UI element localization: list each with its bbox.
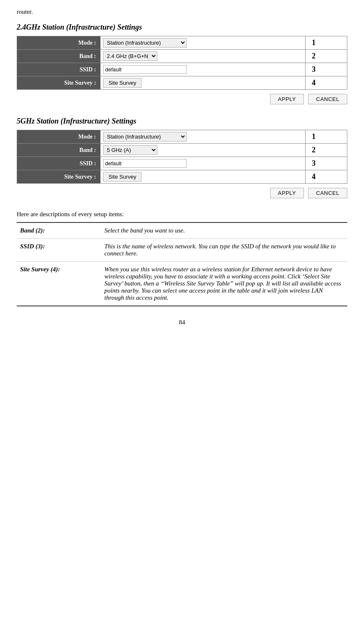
row-number-3a: 3 xyxy=(306,63,347,76)
table-row: Band : 5 GHz (A) 2 xyxy=(17,144,347,157)
section-24ghz: 2.4GHz Station (Infrastructure) Settings… xyxy=(17,23,347,104)
desc-def-site-survey: When you use this wireless router as a w… xyxy=(96,262,347,306)
table-row: SSID : 3 xyxy=(17,63,347,76)
band-label-1: Band : xyxy=(17,50,101,63)
descriptions-table: Band (2): Select the band you want to us… xyxy=(17,222,347,306)
settings-table-5ghz: Mode : Station (Infrastructure) 1 Band :… xyxy=(17,130,347,184)
table-row: Mode : Station (Infrastructure) 1 xyxy=(17,36,347,50)
band-select-2[interactable]: 5 GHz (A) xyxy=(103,145,157,155)
cancel-button-1[interactable]: CANCEL xyxy=(308,94,347,104)
desc-def-band: Select the band you want to use. xyxy=(96,222,347,239)
row-number-2b: 2 xyxy=(306,144,347,157)
band-value-2: 5 GHz (A) xyxy=(101,144,306,157)
row-number-4b: 4 xyxy=(306,170,347,184)
desc-term-site-survey: Site Survey (4): xyxy=(17,262,96,306)
site-survey-value-1: Site Survey xyxy=(101,76,306,90)
ssid-value-1 xyxy=(101,63,306,76)
buttons-row-1: APPLY CANCEL xyxy=(17,94,347,104)
section-5ghz-title: 5GHz Station (Infrastructure) Settings xyxy=(17,117,347,126)
band-select-1[interactable]: 2.4 GHz (B+G+N) xyxy=(103,51,157,61)
mode-value-2: Station (Infrastructure) xyxy=(101,130,306,144)
page-number: 84 xyxy=(17,319,347,326)
ssid-label-2: SSID : xyxy=(17,157,101,170)
cancel-button-2[interactable]: CANCEL xyxy=(308,188,347,198)
section-5ghz: 5GHz Station (Infrastructure) Settings M… xyxy=(17,117,347,198)
ssid-label-1: SSID : xyxy=(17,63,101,76)
section-24ghz-title: 2.4GHz Station (Infrastructure) Settings xyxy=(17,23,347,32)
apply-button-1[interactable]: APPLY xyxy=(270,94,304,104)
site-survey-label-2: Site Survey : xyxy=(17,170,101,184)
desc-row-band: Band (2): Select the band you want to us… xyxy=(17,222,347,239)
table-row: Mode : Station (Infrastructure) 1 xyxy=(17,130,347,144)
mode-value-1: Station (Infrastructure) xyxy=(101,36,306,50)
row-number-1b: 1 xyxy=(306,130,347,144)
site-survey-button-1[interactable]: Site Survey xyxy=(103,78,142,88)
table-row: SSID : 3 xyxy=(17,157,347,170)
apply-button-2[interactable]: APPLY xyxy=(270,188,304,198)
site-survey-label-1: Site Survey : xyxy=(17,76,101,90)
desc-term-ssid: SSID (3): xyxy=(17,239,96,262)
settings-table-24ghz: Mode : Station (Infrastructure) 1 Band :… xyxy=(17,36,347,90)
table-row: Site Survey : Site Survey 4 xyxy=(17,76,347,90)
site-survey-button-2[interactable]: Site Survey xyxy=(103,172,142,182)
ssid-input-1[interactable] xyxy=(103,65,187,74)
buttons-row-2: APPLY CANCEL xyxy=(17,188,347,198)
site-survey-value-2: Site Survey xyxy=(101,170,306,184)
row-number-1a: 1 xyxy=(306,36,347,50)
descriptions-section: Here are descriptions of every setup ite… xyxy=(17,211,347,306)
table-row: Site Survey : Site Survey 4 xyxy=(17,170,347,184)
desc-term-band: Band (2): xyxy=(17,222,96,239)
ssid-input-2[interactable] xyxy=(103,159,187,168)
ssid-value-2 xyxy=(101,157,306,170)
intro-text: router. xyxy=(17,8,347,15)
mode-select-1[interactable]: Station (Infrastructure) xyxy=(103,38,187,48)
desc-intro: Here are descriptions of every setup ite… xyxy=(17,211,347,218)
band-label-2: Band : xyxy=(17,144,101,157)
band-value-1: 2.4 GHz (B+G+N) xyxy=(101,50,306,63)
row-number-4a: 4 xyxy=(306,76,347,90)
mode-label-1: Mode : xyxy=(17,36,101,50)
mode-label-2: Mode : xyxy=(17,130,101,144)
row-number-2a: 2 xyxy=(306,50,347,63)
mode-select-2[interactable]: Station (Infrastructure) xyxy=(103,132,187,141)
desc-def-ssid: This is the name of wireless network. Yo… xyxy=(96,239,347,262)
row-number-3b: 3 xyxy=(306,157,347,170)
desc-row-ssid: SSID (3): This is the name of wireless n… xyxy=(17,239,347,262)
desc-row-site-survey: Site Survey (4): When you use this wirel… xyxy=(17,262,347,306)
table-row: Band : 2.4 GHz (B+G+N) 2 xyxy=(17,50,347,63)
